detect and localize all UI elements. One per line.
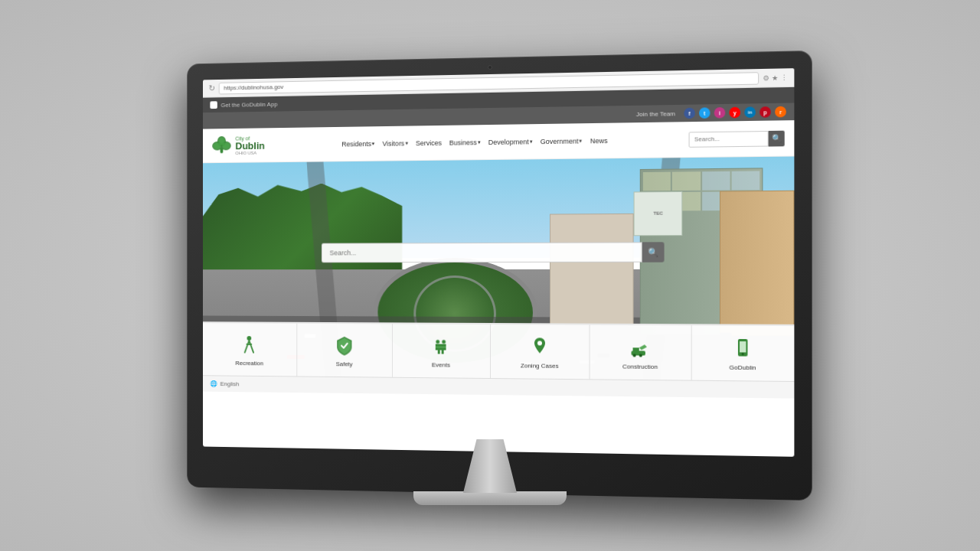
svg-point-11 xyxy=(537,341,542,345)
facebook-icon[interactable]: f xyxy=(684,108,694,119)
quick-link-godublin[interactable]: GoDublin xyxy=(691,325,794,381)
announcement-text: Get the GoDublin App xyxy=(221,100,278,108)
pinterest-icon[interactable]: p xyxy=(760,106,771,118)
recreation-label: Recreation xyxy=(235,360,263,367)
url-text: https://dublinohusa.gov xyxy=(224,83,283,91)
nav-business[interactable]: Business▾ xyxy=(449,139,481,147)
join-team-link[interactable]: Join the Team xyxy=(636,110,675,118)
nav-services[interactable]: Services xyxy=(416,139,442,146)
linkedin-icon[interactable]: in xyxy=(744,106,756,118)
nav-search-input[interactable] xyxy=(689,130,769,147)
hero-search-input[interactable] xyxy=(322,243,642,263)
site-logo[interactable]: City of Dublin OHIO USA xyxy=(211,133,266,158)
browser-action-2[interactable]: ★ xyxy=(772,73,778,81)
browser-action-1[interactable]: ⚙ xyxy=(763,73,769,81)
svg-point-8 xyxy=(436,340,440,344)
quick-link-construction[interactable]: Construction xyxy=(590,325,692,380)
svg-rect-3 xyxy=(220,147,224,153)
godublin-icon xyxy=(730,335,755,360)
safety-icon xyxy=(332,333,356,357)
svg-point-14 xyxy=(633,354,636,357)
language-label[interactable]: English xyxy=(220,380,240,387)
monitor-bezel: ↻ https://dublinohusa.gov ⚙ ★ ⋮ Get the … xyxy=(187,51,812,500)
browser-screen: ↻ https://dublinohusa.gov ⚙ ★ ⋮ Get the … xyxy=(203,68,794,457)
quick-link-events[interactable]: Events xyxy=(393,324,491,378)
svg-point-15 xyxy=(639,354,642,357)
rss-icon[interactable]: r xyxy=(775,106,786,118)
reload-icon[interactable]: ↻ xyxy=(209,83,215,93)
quick-link-recreation[interactable]: Recreation xyxy=(203,323,297,376)
construction-icon xyxy=(628,335,653,360)
nav-development[interactable]: Development▾ xyxy=(488,138,533,146)
globe-icon: 🌐 xyxy=(210,380,217,387)
app-icon xyxy=(210,101,217,109)
quick-links-bar: Recreation Safety xyxy=(203,321,794,381)
svg-rect-17 xyxy=(740,341,746,352)
hero-section: TEC 🔍 xyxy=(203,156,794,381)
svg-rect-13 xyxy=(633,347,639,351)
godublin-label: GoDublin xyxy=(730,364,756,371)
twitter-icon[interactable]: t xyxy=(699,107,710,119)
events-label: Events xyxy=(432,361,450,368)
zoning-label: Zoning Cases xyxy=(521,362,559,369)
nav-government[interactable]: Government▾ xyxy=(541,137,583,145)
nav-search-button[interactable]: 🔍 xyxy=(769,130,785,146)
instagram-icon[interactable]: i xyxy=(714,107,726,119)
nav-residents[interactable]: Residents▾ xyxy=(341,140,375,148)
svg-point-9 xyxy=(442,340,446,344)
zoning-icon xyxy=(528,334,552,359)
nav-links: Residents▾ Visitors▾ Services Business▾ … xyxy=(272,135,682,148)
hero-search-area: 🔍 xyxy=(322,243,665,263)
events-icon xyxy=(429,334,453,358)
shamrock-logo xyxy=(211,133,231,158)
svg-point-18 xyxy=(741,352,743,354)
youtube-icon[interactable]: y xyxy=(729,107,740,119)
nav-search-area: 🔍 xyxy=(689,130,785,147)
hero-search-button[interactable]: 🔍 xyxy=(642,243,665,262)
quick-link-safety[interactable]: Safety xyxy=(297,324,393,377)
nav-news[interactable]: News xyxy=(590,136,608,144)
browser-action-3[interactable]: ⋮ xyxy=(780,73,787,81)
construction-label: Construction xyxy=(622,363,658,370)
quick-link-zoning[interactable]: Zoning Cases xyxy=(490,324,590,379)
safety-label: Safety xyxy=(336,360,353,367)
nav-visitors[interactable]: Visitors▾ xyxy=(383,139,409,147)
logo-name-label: Dublin xyxy=(235,140,264,150)
recreation-icon xyxy=(237,333,260,357)
